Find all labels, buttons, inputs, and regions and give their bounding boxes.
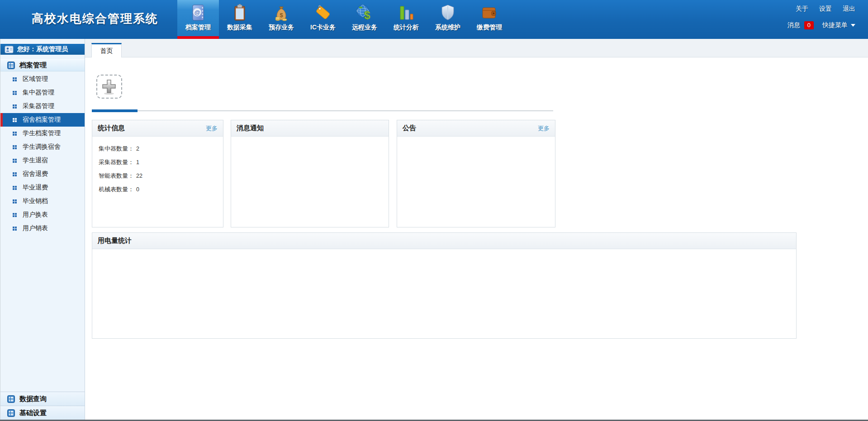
sidebar-section-basic-settings[interactable]: 基础设置: [0, 406, 85, 420]
svg-text:$: $: [280, 12, 283, 19]
add-widget-button[interactable]: [96, 75, 122, 99]
sidebar-menu: 区域管理 集中器管理 采集器管理 宿舍档案管理 学生档案管理 学生调换宿舍: [0, 72, 85, 235]
bullet-grid-icon: [13, 172, 17, 176]
settings-link[interactable]: 设置: [819, 5, 832, 13]
panel-header: 公告 更多: [397, 120, 555, 137]
clipboard-icon: [230, 2, 249, 23]
nav-label: 远程业务: [352, 24, 377, 32]
sidebar-item-label: 区域管理: [23, 75, 48, 83]
sidebar-section-label: 数据查询: [19, 395, 47, 403]
nav-item-data-collection[interactable]: 数据采集: [219, 0, 261, 39]
bullet-grid-icon: [13, 132, 17, 136]
sidebar-item-collector-mgmt[interactable]: 采集器管理: [0, 99, 85, 113]
tab-label: 首页: [100, 47, 113, 55]
bullet-grid-icon: [13, 159, 17, 163]
bullet-grid-icon: [13, 104, 17, 109]
notice-more-link[interactable]: 更多: [538, 124, 550, 132]
plus-icon: [101, 79, 118, 95]
sidebar-item-label: 宿舍档案管理: [23, 116, 61, 124]
stat-value: 0: [136, 186, 139, 193]
sidebar-section-archives[interactable]: 档案管理: [0, 59, 85, 71]
messages-panel: 消息通知: [231, 120, 389, 227]
sidebar-item-label: 集中器管理: [23, 89, 54, 97]
nav-item-maintenance[interactable]: 系统维护: [427, 0, 469, 39]
stat-value: 22: [136, 173, 142, 179]
panel-title: 消息通知: [237, 124, 383, 132]
svg-text:$: $: [364, 9, 370, 21]
grid-icon: [7, 395, 15, 403]
stat-label: 智能表数量：: [99, 172, 134, 180]
user-greeting-bar: 您好：系统管理员: [0, 44, 85, 55]
nav-label: 档案管理: [185, 24, 211, 32]
panel-header: 消息通知: [231, 120, 389, 137]
wallet-icon: [480, 2, 499, 23]
svg-text:@: @: [194, 9, 200, 16]
nav-label: IC卡业务: [310, 24, 336, 32]
sidebar-item-dorm-refund[interactable]: 宿舍退费: [0, 167, 85, 181]
app-window: 高校水电综合管理系统 @ 档案管理: [0, 0, 868, 421]
sidebar-item-label: 采集器管理: [23, 102, 54, 110]
chevron-down-icon[interactable]: [851, 24, 855, 27]
nav-item-prepay[interactable]: $ 预存业务: [261, 0, 302, 39]
logout-link[interactable]: 退出: [843, 5, 855, 13]
nav-item-remote[interactable]: $ 远程业务: [344, 0, 385, 39]
nav-item-archives[interactable]: @ 档案管理: [177, 0, 219, 39]
nav-item-payment[interactable]: 缴费管理: [469, 0, 510, 39]
bar-chart-icon: [397, 2, 416, 23]
divider-indicator[interactable]: [92, 109, 138, 112]
stat-value: 1: [136, 159, 139, 166]
messages-link[interactable]: 消息: [787, 21, 800, 29]
main-area: 首页 统计信息: [85, 39, 868, 420]
sidebar-item-label: 毕业销档: [23, 197, 48, 205]
user-card-icon: [5, 46, 14, 53]
header-subbar: 消息 0 快捷菜单: [787, 21, 855, 29]
sidebar-item-student-dorm-swap[interactable]: 学生调换宿舍: [0, 140, 85, 154]
notice-panel: 公告 更多: [397, 120, 555, 227]
stat-label: 采集器数量：: [99, 158, 134, 166]
grid-icon: [7, 409, 15, 417]
stats-body: 集中器数量： 2 采集器数量： 1 智能表数量： 22 机械表数量： 0: [92, 137, 223, 196]
tag-icon: [313, 2, 332, 23]
stat-value: 2: [136, 146, 139, 152]
sidebar-item-graduation-refund[interactable]: 毕业退费: [0, 181, 85, 194]
app-title: 高校水电综合管理系统: [32, 11, 158, 27]
stats-more-link[interactable]: 更多: [206, 124, 218, 132]
quick-menu-button[interactable]: 快捷菜单: [822, 21, 848, 29]
sidebar-item-region-mgmt[interactable]: 区域管理: [0, 72, 85, 86]
sidebar-item-graduation-archive-removal[interactable]: 毕业销档: [0, 194, 85, 208]
sidebar-section-label: 档案管理: [19, 61, 47, 70]
sidebar-item-label: 宿舍退费: [23, 170, 48, 178]
stat-row: 智能表数量： 22: [99, 169, 217, 183]
panel-title: 公告: [403, 124, 538, 132]
sidebar-item-dorm-archive-mgmt[interactable]: 宿舍档案管理: [0, 113, 85, 127]
header-links: 关于 设置 退出: [796, 5, 855, 13]
stats-panel: 统计信息 更多 集中器数量： 2 采集器数量： 1 智能表数量： 22: [92, 120, 223, 227]
nav-item-statistics[interactable]: 统计分析: [385, 0, 427, 39]
bullet-grid-icon: [13, 227, 17, 231]
panel-title: 用电量统计: [98, 237, 791, 245]
sidebar-item-student-checkout[interactable]: 学生退宿: [0, 154, 85, 167]
sidebar-item-concentrator-mgmt[interactable]: 集中器管理: [0, 86, 85, 99]
sidebar-item-student-archive-mgmt[interactable]: 学生档案管理: [0, 127, 85, 140]
sidebar-section-data-query[interactable]: 数据查询: [0, 392, 85, 406]
main-nav: @ 档案管理 数据采集: [177, 0, 510, 39]
tab-home[interactable]: 首页: [91, 43, 122, 57]
globe-dollar-icon: $: [355, 2, 374, 23]
sidebar-item-label: 学生退宿: [23, 156, 48, 165]
grid-icon: [7, 61, 15, 69]
sidebar-item-label: 学生调换宿舍: [23, 143, 61, 151]
nav-label: 数据采集: [227, 24, 252, 32]
app-header: 高校水电综合管理系统 @ 档案管理: [0, 0, 868, 39]
sidebar-item-user-meter-change[interactable]: 用户换表: [0, 208, 85, 222]
nav-item-ic-card[interactable]: IC卡业务: [302, 0, 344, 39]
sidebar-item-user-meter-removal[interactable]: 用户销表: [0, 222, 85, 235]
stat-row: 采集器数量： 1: [99, 156, 217, 169]
nav-label: 缴费管理: [477, 24, 502, 32]
nav-label: 统计分析: [394, 24, 419, 32]
about-link[interactable]: 关于: [796, 5, 808, 13]
bullet-grid-icon: [13, 186, 17, 190]
divider-track: [92, 110, 553, 111]
address-book-icon: @: [189, 2, 208, 23]
stat-label: 集中器数量：: [99, 145, 134, 153]
stat-row: 集中器数量： 2: [99, 142, 217, 156]
